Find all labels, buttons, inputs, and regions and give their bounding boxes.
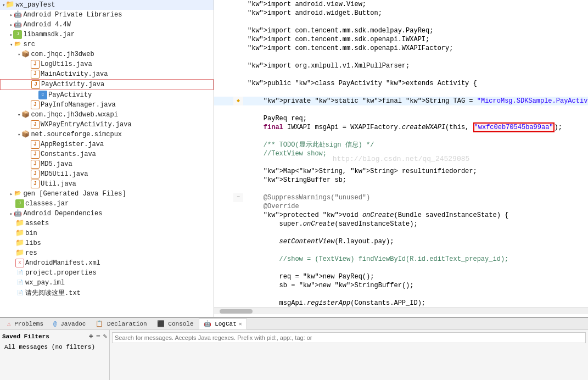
props-icon: 📄 — [15, 269, 24, 277]
sidebar-item-res[interactable]: 📁res — [0, 248, 214, 258]
problems-icon: ⚠ — [7, 320, 11, 327]
edit-filter-button[interactable]: ✎ — [103, 332, 107, 341]
collapse-arrow: ▾ — [10, 42, 13, 48]
line-markers: ◆ — [233, 97, 243, 105]
sidebar-item-libammsdk-jar[interactable]: ▸Jlibammsdk.jar — [0, 30, 214, 40]
sidebar-item-label: assets — [25, 220, 49, 227]
saved-filters-label: Saved Filters — [2, 333, 49, 340]
sidebar-item-label: libammsdk.jar — [23, 31, 75, 38]
code-text: req = "kw">new PayReq(); — [243, 272, 588, 281]
sidebar-item-libs[interactable]: 📁libs — [0, 238, 214, 248]
bottom-tab-javadoc[interactable]: @ Javadoc — [48, 318, 91, 329]
code-text: "kw">import android.view.View; — [243, 0, 588, 9]
code-text — [243, 264, 588, 272]
sidebar-item-label: MD5.java — [41, 160, 72, 168]
sidebar-item-read-me[interactable]: 📄请先阅读这里.txt — [0, 288, 214, 298]
sidebar-item-LogUtils.java[interactable]: JLogUtils.java — [0, 59, 214, 69]
sidebar-item-MainActivity.java[interactable]: JMainActivity.java — [0, 69, 214, 79]
code-text: PayReq req; — [243, 114, 588, 123]
bottom-tab-problems[interactable]: ⚠ Problems — [2, 318, 48, 329]
tab-label: Problems — [14, 321, 43, 327]
code-line: "kw">public "kw">class PayActivity "kw">… — [214, 79, 588, 88]
sidebar-item-project.properties[interactable]: 📄project.properties — [0, 268, 214, 278]
sidebar-item-label: PayActivity.java — [41, 81, 104, 88]
sidebar-item-android-4.4w[interactable]: ▸🤖Android 4.4W — [0, 20, 214, 30]
android-lib-icon: 🤖 — [13, 10, 22, 19]
code-line — [214, 88, 588, 97]
sidebar-item-assets[interactable]: 📁assets — [0, 219, 214, 228]
jar-icon: J — [15, 199, 24, 208]
tab-label: Javadoc — [60, 321, 86, 327]
collapse-marker[interactable]: − — [236, 193, 241, 202]
sidebar-item-com.jhqc.jh3dweb[interactable]: ▾📦com.jhqc.jh3dweb — [0, 49, 214, 59]
sidebar-item-com.jhqc.jh3dweb.wxapi[interactable]: ▾📦com.jhqc.jh3dweb.wxapi — [0, 110, 214, 120]
sidebar-item-AndroidManifest.xml[interactable]: XAndroidManifest.xml — [0, 258, 214, 268]
bookmark-icon: ◆ — [237, 97, 240, 105]
folder-icon: 📁 — [15, 249, 24, 258]
code-text: "kw">import android.widget.Button; — [243, 9, 588, 18]
code-line — [214, 185, 588, 193]
sidebar-item-android-deps[interactable]: ▸🤖Android Dependencies — [0, 209, 214, 219]
scrollbar-thumb[interactable] — [220, 309, 253, 314]
code-text: super.onCreate(savedInstanceState); — [243, 220, 588, 228]
tab-close-button[interactable]: ✕ — [239, 321, 242, 327]
project-icon: 📁 — [5, 1, 14, 9]
java-icon: J — [31, 160, 40, 169]
sidebar-item-label: bin — [25, 230, 37, 237]
java-icon: J — [31, 100, 40, 109]
filter-list: All messages (no filters) — [2, 343, 107, 351]
sidebar-item-Util.java[interactable]: JUtil.java — [0, 179, 214, 189]
code-line: "kw">import android.widget.Button; — [214, 9, 588, 18]
sidebar-item-PayActivity-class[interactable]: CPayActivity — [0, 90, 214, 100]
bottom-tab-console[interactable]: ⬛ Console — [152, 318, 199, 329]
sidebar-item-gen[interactable]: ▸📂gen [Generated Java Files] — [0, 189, 214, 199]
android-lib-icon: 🤖 — [13, 209, 22, 218]
expand-arrow: ▸ — [10, 22, 13, 28]
sidebar-item-Constants.java[interactable]: JConstants.java — [0, 149, 214, 159]
sidebar-item-MD5Util.java[interactable]: JMD5Util.java — [0, 169, 214, 179]
sidebar-item-label: Android 4.4W — [23, 21, 70, 29]
filter-item[interactable]: All messages (no filters) — [2, 343, 107, 351]
error-highlight: "wxfc0eb70545ba99aa" — [473, 122, 555, 132]
sidebar-item-WXPayEntryActivity.java[interactable]: JWXPayEntryActivity.java — [0, 120, 214, 130]
editor-content[interactable]: http://blog.csdn.net/qq_24529085 "kw">im… — [214, 0, 588, 317]
sidebar-item-label: com.jhqc.jh3dweb — [31, 51, 94, 58]
jar-icon: J — [13, 30, 22, 39]
folder-icon: 📁 — [15, 219, 24, 228]
sidebar-item-net.sourceforge.simcpux[interactable]: ▾📦net.sourceforge.simcpux — [0, 130, 214, 139]
code-line: final IWXAPI msgApi = WXAPIFactory.creat… — [214, 123, 588, 132]
horizontal-scrollbar[interactable] — [214, 308, 588, 314]
code-line — [214, 18, 588, 26]
code-line: "kw">Map<"kw">String, "kw">String> resul… — [214, 167, 588, 176]
code-text: "kw">import org.xmlpull.v1.XmlPullParser… — [243, 62, 588, 70]
code-line: − @SuppressWarnings("unused") — [214, 193, 588, 202]
code-text: "kw">private "kw">static "kw">final "kw"… — [243, 97, 588, 105]
bottom-content: Saved Filters + − ✎ All messages (no fil… — [0, 330, 588, 380]
code-line — [214, 158, 588, 167]
sidebar-item-label: AndroidManifest.xml — [25, 259, 100, 267]
bottom-tab-logcat[interactable]: 🤖 LogCat✕ — [199, 318, 247, 329]
sidebar-item-wx_pay.iml[interactable]: 📄wx_pay.iml — [0, 278, 214, 288]
code-line: //show = (TextView) findViewById(R.id.ed… — [214, 255, 588, 264]
sidebar-item-AppRegister.java[interactable]: JAppRegister.java — [0, 139, 214, 149]
sidebar-item-PayActivity.java[interactable]: JPayActivity.java — [0, 79, 214, 90]
sidebar-item-classes.jar[interactable]: Jclasses.jar — [0, 199, 214, 209]
sidebar-item-bin[interactable]: 📁bin — [0, 228, 214, 238]
sidebar-item-label: 请先阅读这里.txt — [25, 288, 81, 298]
sidebar-item-wx-paytest[interactable]: ▾📁wx_payTest — [0, 0, 214, 10]
sidebar-item-src[interactable]: ▾📂src — [0, 40, 214, 49]
logcat-search-input[interactable] — [112, 332, 586, 343]
sidebar-item-label: MD5Util.java — [41, 170, 88, 178]
class-icon: C — [38, 91, 47, 99]
expand-arrow: ▸ — [10, 12, 13, 18]
sidebar-item-android-private[interactable]: ▸🤖Android Private Libraries — [0, 10, 214, 20]
add-filter-button[interactable]: + — [89, 332, 93, 341]
code-text — [243, 70, 588, 79]
remove-filter-button[interactable]: − — [96, 332, 100, 341]
code-area: http://blog.csdn.net/qq_24529085 "kw">im… — [214, 0, 588, 308]
bottom-tab-declaration[interactable]: 📋 Declaration — [91, 318, 152, 329]
collapse-arrow: ▾ — [18, 112, 20, 118]
sidebar-item-PayInfoManager.java[interactable]: JPayInfoManager.java — [0, 100, 214, 110]
sidebar-item-label: Android Dependencies — [23, 210, 102, 217]
sidebar-item-MD5.java[interactable]: JMD5.java — [0, 159, 214, 169]
